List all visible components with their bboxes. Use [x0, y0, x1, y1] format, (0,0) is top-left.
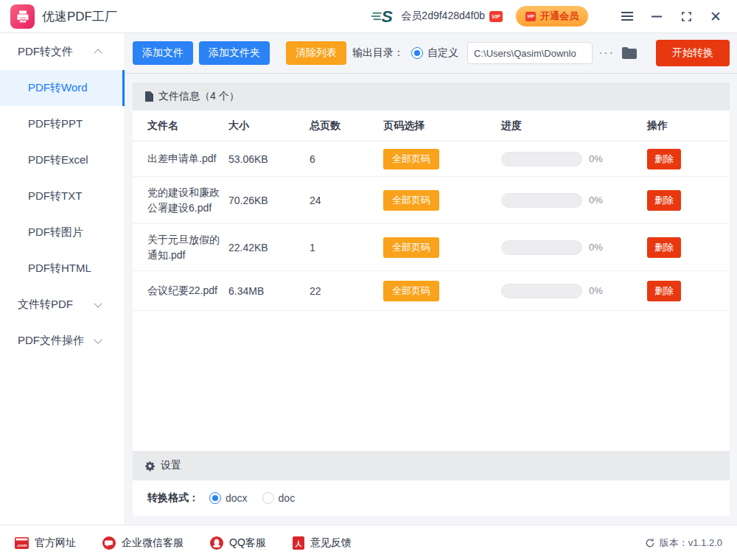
vip-mini-icon: VIP — [525, 12, 536, 21]
qq-support-link[interactable]: QQ客服 — [210, 536, 266, 550]
open-folder-button[interactable] — [622, 47, 637, 59]
delete-button[interactable]: 删除 — [647, 190, 681, 211]
version-text: 版本：v1.1.2.0 — [660, 536, 722, 550]
close-button[interactable]: ✕ — [706, 7, 725, 26]
browse-more-button[interactable]: ··· — [598, 46, 615, 60]
settings-title: 设置 — [161, 459, 181, 472]
minimize-icon — [652, 15, 662, 18]
sidebar: PDF转文件 PDF转Word PDF转PPT PDF转Excel PDF转TX… — [0, 33, 125, 525]
file-pages: 6 — [310, 153, 383, 165]
table-row: 党的建设和廉政公署建设6.pdf 70.26KB 24 全部页码 0% 删除 — [133, 177, 730, 224]
sidebar-item-pdf-to-html[interactable]: PDF转HTML — [0, 251, 125, 287]
table-row: 会议纪要22.pdf 6.34MB 22 全部页码 0% 删除 — [133, 271, 730, 311]
maximize-icon — [682, 12, 691, 21]
feedback-link[interactable]: 人 意见反馈 — [293, 536, 352, 550]
website-icon: .com — [15, 537, 29, 549]
minimize-button[interactable] — [647, 7, 666, 26]
doc-radio[interactable] — [262, 492, 274, 504]
page-select-button[interactable]: 全部页码 — [383, 190, 439, 211]
sidebar-group-pdf-operations[interactable]: PDF文件操作 — [0, 323, 125, 359]
sidebar-item-label: PDF转Word — [28, 81, 88, 95]
clear-list-button[interactable]: 清除列表 — [286, 41, 346, 65]
chevron-down-icon — [94, 299, 102, 307]
menu-button[interactable] — [618, 7, 637, 26]
progress-bar — [501, 152, 582, 167]
sidebar-item-pdf-to-txt[interactable]: PDF转TXT — [0, 178, 125, 214]
delete-button[interactable]: 删除 — [647, 281, 681, 301]
format-option-docx[interactable]: docx — [209, 492, 248, 504]
maximize-button[interactable] — [677, 7, 696, 26]
page-select-button[interactable]: 全部页码 — [383, 237, 439, 258]
file-pages: 24 — [310, 195, 383, 206]
wechat-support-link[interactable]: 企业微信客服 — [102, 536, 184, 550]
open-vip-label: 开通会员 — [540, 10, 579, 23]
col-header-progress: 进度 — [501, 119, 647, 133]
version-info: 版本：v1.1.2.0 — [645, 536, 722, 550]
app-logo-icon: PDF — [10, 4, 35, 29]
page-select-button[interactable]: 全部页码 — [383, 149, 439, 169]
sidebar-group-file-to-pdf[interactable]: 文件转PDF — [0, 287, 125, 323]
app-window: PDF 优速PDF工厂 S 会员2d9f428d4f0b VIP VIP 开通会… — [0, 0, 737, 560]
start-convert-button[interactable]: 开始转换 — [656, 40, 730, 66]
page-select-button[interactable]: 全部页码 — [383, 281, 439, 301]
footer-link-label: 企业微信客服 — [122, 536, 184, 550]
app-title: 优速PDF工厂 — [42, 8, 117, 25]
file-pages: 22 — [310, 285, 383, 297]
add-file-button[interactable]: 添加文件 — [133, 41, 193, 65]
open-vip-button[interactable]: VIP 开通会员 — [516, 6, 588, 27]
toolbar: 添加文件 添加文件夹 清除列表 输出目录： 自定义 ··· 开始转换 — [125, 33, 737, 74]
delete-button[interactable]: 删除 — [647, 149, 681, 169]
file-name: 关于元旦放假的通知.pdf — [147, 232, 228, 263]
table-header-row: 文件名 大小 总页数 页码选择 进度 操作 — [133, 111, 730, 141]
gear-icon — [144, 461, 156, 472]
folder-icon — [622, 47, 637, 59]
file-size: 22.42KB — [228, 242, 310, 253]
progress-bar — [501, 284, 582, 298]
footer: .com 官方网址 企业微信客服 QQ客服 人 意见 — [0, 525, 737, 560]
docx-radio[interactable] — [209, 492, 221, 504]
svg-text:人: 人 — [294, 540, 302, 547]
feedback-icon: 人 — [293, 536, 304, 550]
sidebar-item-pdf-to-image[interactable]: PDF转图片 — [0, 214, 125, 251]
sidebar-group-label: PDF文件操作 — [18, 334, 84, 348]
member-avatar-icon: S — [371, 7, 397, 26]
format-option-doc[interactable]: doc — [262, 492, 296, 504]
file-list-panel: 文件信息（4 个） 文件名 大小 总页数 页码选择 进度 操作 出差申请单.pd… — [133, 83, 730, 525]
progress-percent: 0% — [589, 285, 603, 296]
sidebar-item-pdf-to-excel[interactable]: PDF转Excel — [0, 142, 125, 178]
hamburger-icon — [621, 12, 633, 21]
file-size: 70.26KB — [228, 195, 310, 206]
settings-header: 设置 — [133, 451, 730, 480]
output-path-input[interactable] — [467, 42, 593, 64]
file-name: 会议纪要22.pdf — [147, 283, 228, 298]
printer-icon: PDF — [15, 9, 30, 24]
progress-percent: 0% — [589, 195, 603, 206]
sidebar-item-label: PDF转图片 — [28, 225, 83, 239]
file-pages: 1 — [310, 242, 383, 253]
delete-button[interactable]: 删除 — [647, 237, 681, 258]
sidebar-item-label: PDF转TXT — [28, 189, 82, 203]
wechat-icon — [102, 536, 116, 550]
official-website-link[interactable]: .com 官方网址 — [15, 536, 76, 550]
col-header-filename: 文件名 — [147, 119, 228, 133]
sidebar-group-label: PDF转文件 — [18, 45, 73, 59]
docx-label: docx — [226, 492, 248, 504]
vip-badge-icon: VIP — [489, 11, 503, 22]
table-row: 出差申请单.pdf 53.06KB 6 全部页码 0% 删除 — [133, 141, 730, 177]
file-size: 53.06KB — [228, 153, 310, 165]
svg-text:S: S — [382, 7, 394, 27]
main-area: 添加文件 添加文件夹 清除列表 输出目录： 自定义 ··· 开始转换 — [125, 33, 737, 525]
update-refresh-icon[interactable] — [645, 538, 655, 548]
file-name: 出差申请单.pdf — [147, 151, 228, 167]
table-empty-area — [133, 311, 730, 451]
sidebar-item-pdf-to-word[interactable]: PDF转Word — [0, 70, 125, 106]
col-header-page-select: 页码选择 — [383, 119, 501, 133]
sidebar-group-pdf-to-file[interactable]: PDF转文件 — [0, 33, 125, 70]
settings-row: 转换格式： docx doc — [133, 480, 730, 516]
sidebar-item-label: PDF转HTML — [28, 262, 91, 276]
member-id-text: 会员2d9f428d4f0b — [401, 10, 485, 23]
sidebar-item-pdf-to-ppt[interactable]: PDF转PPT — [0, 106, 125, 142]
custom-output-radio[interactable] — [411, 47, 423, 59]
add-folder-button[interactable]: 添加文件夹 — [199, 41, 270, 65]
doc-label: doc — [279, 492, 296, 504]
